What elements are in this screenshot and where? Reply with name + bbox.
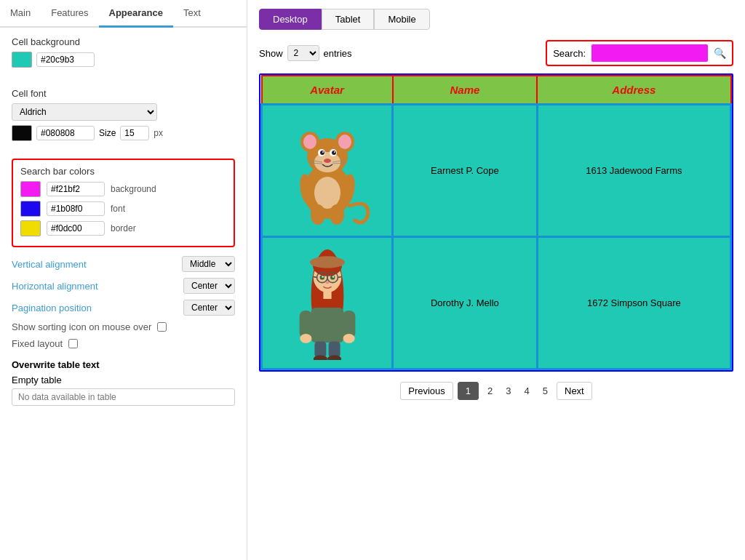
- svg-point-36: [322, 276, 323, 277]
- search-icon[interactable]: 🔍: [714, 47, 726, 59]
- tab-features[interactable]: Features: [41, 0, 98, 26]
- svg-point-4: [303, 135, 316, 149]
- pagination-position-select[interactable]: Center Left Right: [183, 300, 235, 316]
- svg-rect-44: [314, 341, 326, 357]
- data-table: Avatar Name Address: [260, 75, 732, 370]
- search-bg-swatch[interactable]: [20, 181, 41, 197]
- table-header-row: Avatar Name Address: [262, 76, 731, 105]
- search-font-hex-input[interactable]: [47, 201, 105, 216]
- page-4-link[interactable]: 4: [520, 384, 534, 398]
- pagination-position-label: Pagination position: [12, 303, 92, 313]
- page-3-link[interactable]: 3: [501, 384, 515, 398]
- search-font-row: font: [20, 201, 226, 217]
- show-entries: Show 2 5 10 entries: [259, 45, 352, 61]
- svg-point-22: [330, 204, 344, 225]
- search-bg-hex-input[interactable]: [47, 182, 105, 196]
- cell-font-color-swatch[interactable]: [12, 125, 32, 141]
- show-label: Show: [259, 48, 283, 59]
- table-row: Earnest P. Cope 1613 Jadewood Farms: [262, 105, 731, 237]
- tab-text[interactable]: Text: [173, 0, 211, 26]
- cell-background-label: Cell background: [12, 36, 235, 47]
- sorting-icon-checkbox[interactable]: [157, 322, 167, 332]
- header-address: Address: [537, 76, 730, 105]
- tab-appearance[interactable]: Appearance: [99, 0, 173, 28]
- cell-bg-hex-input[interactable]: [36, 52, 95, 67]
- cell-background-section: Cell background: [0, 28, 247, 79]
- search-input[interactable]: [591, 44, 708, 62]
- name-cell-2: Dorothy J. Mello: [393, 237, 538, 369]
- header-name: Name: [393, 76, 538, 105]
- svg-point-42: [300, 334, 311, 343]
- svg-point-38: [325, 281, 329, 284]
- right-panel: Desktop Tablet Mobile Show 2 5 10 entrie…: [247, 0, 745, 560]
- avatar-cell-2: [262, 237, 393, 369]
- size-label: Size: [99, 128, 116, 138]
- px-label: px: [154, 128, 163, 138]
- previous-button[interactable]: Previous: [400, 382, 453, 400]
- page-2-link[interactable]: 2: [483, 384, 497, 398]
- vertical-alignment-row: Vertical alignment Middle Top Bottom: [0, 253, 247, 275]
- search-bg-row: background: [20, 181, 226, 197]
- empty-table-input[interactable]: [12, 388, 235, 406]
- search-font-label: font: [111, 204, 125, 214]
- address-cell-2: 1672 Simpson Square: [537, 237, 730, 369]
- avatar-image-2: [276, 244, 378, 360]
- search-bg-label: background: [111, 184, 156, 194]
- fixed-layout-row: Fixed layout: [0, 335, 247, 352]
- cell-bg-row: [12, 52, 235, 68]
- overwrite-section: Overwrite table text Empty table: [0, 352, 247, 413]
- device-tab-desktop[interactable]: Desktop: [259, 9, 322, 30]
- search-border-swatch[interactable]: [20, 220, 41, 236]
- next-button[interactable]: Next: [557, 382, 592, 400]
- search-label: Search:: [553, 48, 586, 59]
- svg-rect-39: [323, 290, 331, 299]
- avatar-image-1: [276, 111, 378, 228]
- svg-line-33: [338, 277, 341, 278]
- cell-font-select[interactable]: Aldrich: [12, 103, 157, 121]
- sorting-icon-row: Show sorting icon on mouse over: [0, 319, 247, 335]
- entries-label: entries: [324, 48, 352, 59]
- horizontal-alignment-select[interactable]: Center Left Right: [183, 278, 235, 294]
- device-tab-tablet[interactable]: Tablet: [322, 9, 375, 30]
- tab-main[interactable]: Main: [0, 0, 41, 26]
- search-bar-colors-label: Search bar colors: [20, 166, 226, 177]
- font-size-input[interactable]: [120, 126, 149, 140]
- avatar-cell-1: [262, 105, 393, 237]
- cell-font-color-row: Size px: [12, 125, 235, 141]
- svg-point-37: [332, 276, 333, 277]
- svg-point-13: [324, 159, 331, 163]
- vertical-alignment-label: Vertical alignment: [12, 259, 87, 270]
- svg-point-18: [314, 177, 340, 209]
- cell-font-label: Cell font: [12, 88, 235, 99]
- cell-font-hex-input[interactable]: [36, 126, 95, 140]
- table-controls-row: Show 2 5 10 entries Search: 🔍: [259, 40, 733, 66]
- left-panel: Main Features Appearance Text Cell backg…: [0, 0, 247, 560]
- search-bar-colors-section: Search bar colors background font border: [12, 159, 235, 247]
- svg-rect-28: [318, 257, 337, 266]
- entries-select[interactable]: 2 5 10: [287, 45, 319, 61]
- fixed-layout-checkbox[interactable]: [68, 339, 78, 348]
- address-cell-1: 1613 Jadewood Farms: [537, 105, 730, 237]
- sorting-icon-label: Show sorting icon on mouse over: [12, 321, 151, 332]
- table-row: Dorothy J. Mello 1672 Simpson Square: [262, 237, 731, 369]
- pagination: Previous 1 2 3 4 5 Next: [259, 382, 733, 400]
- cell-bg-swatch[interactable]: [12, 52, 32, 68]
- page-1-button[interactable]: 1: [458, 382, 479, 400]
- search-border-hex-input[interactable]: [47, 221, 105, 236]
- device-tab-bar: Desktop Tablet Mobile: [259, 9, 733, 30]
- device-tab-mobile[interactable]: Mobile: [374, 9, 429, 30]
- search-box: Search: 🔍: [546, 40, 733, 66]
- svg-point-11: [322, 151, 324, 153]
- cell-font-section: Cell font Aldrich Size px: [0, 79, 247, 153]
- horizontal-alignment-label: Horizontal alignment: [12, 281, 98, 292]
- search-font-swatch[interactable]: [20, 201, 41, 217]
- page-5-link[interactable]: 5: [538, 384, 552, 398]
- svg-point-5: [338, 135, 351, 149]
- tab-bar: Main Features Appearance Text: [0, 0, 247, 28]
- search-border-label: border: [111, 223, 136, 233]
- horizontal-alignment-row: Horizontal alignment Center Left Right: [0, 275, 247, 297]
- svg-point-21: [311, 204, 325, 225]
- overwrite-title: Overwrite table text: [12, 359, 235, 370]
- empty-table-label: Empty table: [12, 375, 235, 385]
- vertical-alignment-select[interactable]: Middle Top Bottom: [182, 256, 235, 272]
